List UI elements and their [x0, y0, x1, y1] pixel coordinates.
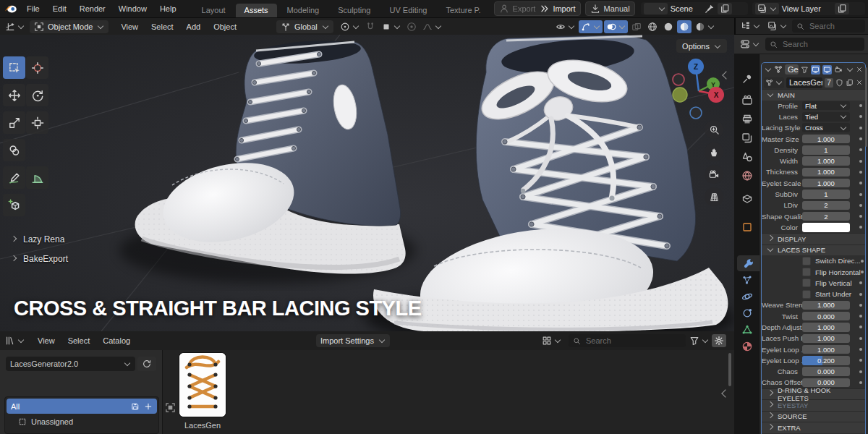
- users-count-badge[interactable]: 7: [825, 78, 833, 88]
- animate-dot[interactable]: [859, 148, 862, 151]
- menu-window[interactable]: Window: [112, 4, 153, 13]
- collapse-chevron-icon[interactable]: [765, 66, 771, 72]
- tab-data-tab[interactable]: [737, 322, 757, 338]
- shading-rendered-button[interactable]: [693, 20, 717, 33]
- tab-modeling[interactable]: Modeling: [278, 4, 328, 17]
- asset-search[interactable]: [569, 334, 686, 347]
- xray-button[interactable]: [629, 20, 644, 33]
- catalog-unassigned[interactable]: Unassigned: [7, 414, 157, 429]
- animate-dot[interactable]: [859, 226, 862, 229]
- grid-ortho-button[interactable]: [705, 187, 723, 206]
- tab-tool-tab[interactable]: [737, 71, 757, 87]
- asset-thumbnail[interactable]: [179, 353, 226, 417]
- node-group-name[interactable]: LacesGenerator: [786, 77, 822, 88]
- tab-material-tab[interactable]: [737, 339, 757, 354]
- animate-dot[interactable]: [861, 271, 864, 273]
- zoom-in-button[interactable]: [705, 120, 723, 139]
- properties-search[interactable]: [765, 38, 864, 51]
- tab-constraint-tab[interactable]: [737, 305, 757, 321]
- menu-help[interactable]: Help: [153, 4, 183, 13]
- shape-quality-field[interactable]: 2: [802, 212, 850, 221]
- visibility-eye-button[interactable]: [553, 20, 577, 33]
- animate-dot[interactable]: [859, 359, 862, 362]
- start-under-checkbox[interactable]: [802, 290, 811, 299]
- blob-tool-button[interactable]: [3, 139, 25, 161]
- subdiv-field[interactable]: 1: [802, 190, 850, 199]
- section-header-d-ring-hook-eyelets[interactable]: D-RING & HOOK EYELETS: [762, 388, 865, 400]
- asset-library-dropdown[interactable]: LacesGenerator2.0: [6, 357, 135, 371]
- tab-output-tab[interactable]: [737, 111, 757, 127]
- node-group-browse-button[interactable]: [764, 77, 784, 88]
- catalog-all[interactable]: All: [7, 399, 157, 414]
- viewport-menu-add[interactable]: Add: [180, 22, 208, 31]
- tab-world-tab[interactable]: [737, 168, 757, 184]
- tab-object-tab[interactable]: [737, 219, 757, 235]
- animate-dot[interactable]: [859, 381, 862, 384]
- falloff-curve-button[interactable]: [420, 20, 444, 33]
- twist-field[interactable]: 0.000: [802, 312, 850, 321]
- eyelet-scale-field[interactable]: 1.000: [802, 179, 850, 188]
- chaos-offset-field[interactable]: 0.000: [802, 378, 850, 388]
- eyelet-loop-field[interactable]: 1.000: [802, 345, 850, 354]
- animate-dot[interactable]: [859, 315, 862, 318]
- move-tool-button[interactable]: [3, 84, 25, 106]
- shield-icon[interactable]: [835, 79, 843, 87]
- tab-scene-tab[interactable]: [737, 149, 757, 165]
- laces-dropdown[interactable]: Tied: [802, 112, 850, 122]
- tab-assets[interactable]: Assets: [236, 4, 277, 17]
- animate-dot[interactable]: [859, 182, 862, 184]
- properties-scrollbar[interactable]: [865, 67, 867, 147]
- eyelet-loop-slider[interactable]: 0.200: [802, 356, 850, 365]
- 3d-viewport[interactable]: CROSS & STRAIGHT BAR LACING STYLE Option…: [0, 35, 734, 331]
- color-color-swatch[interactable]: [802, 223, 850, 232]
- scene-copy-button[interactable]: [718, 3, 732, 14]
- density-field[interactable]: 1: [802, 145, 850, 155]
- mode-dropdown[interactable]: Object Mode: [30, 20, 109, 33]
- tab-layout[interactable]: Layout: [193, 4, 234, 17]
- viewport-menu-select[interactable]: Select: [145, 22, 180, 31]
- animate-dot[interactable]: [859, 171, 862, 174]
- asset-editor-type-button[interactable]: [3, 334, 27, 347]
- section-header-laces-shape[interactable]: LACES SHAPE: [762, 244, 865, 256]
- scene-name[interactable]: Scene: [671, 4, 702, 13]
- viewport-menu-object[interactable]: Object: [207, 22, 243, 31]
- asset-menu-select[interactable]: Select: [61, 336, 97, 345]
- tab-uv-editing[interactable]: UV Editing: [380, 4, 435, 17]
- animate-dot[interactable]: [859, 348, 862, 351]
- asset-menu-view[interactable]: View: [31, 336, 61, 345]
- select-box-tool-button[interactable]: [3, 56, 25, 79]
- gizmo-arrow-button[interactable]: [579, 20, 603, 33]
- view-layer-browse-button[interactable]: [755, 3, 779, 14]
- switch-direc-checkbox[interactable]: [802, 257, 811, 265]
- master-size-field[interactable]: 1.000: [802, 135, 850, 144]
- display-realtime-toggle[interactable]: [822, 65, 832, 75]
- section-header-extra[interactable]: EXTRA: [762, 422, 865, 433]
- modifier-name-field[interactable]: Geo...: [785, 64, 799, 75]
- animate-dot[interactable]: [859, 326, 862, 328]
- properties-editor-type-button[interactable]: [738, 38, 762, 51]
- flip-vertical-checkbox[interactable]: [802, 278, 811, 287]
- animate-dot[interactable]: [859, 304, 862, 307]
- cursor-crosshair-tool-button[interactable]: [26, 56, 48, 79]
- rotate-tool-button[interactable]: [26, 84, 48, 106]
- hand-pan-button[interactable]: [705, 142, 723, 161]
- scale-tool-button[interactable]: [3, 111, 25, 134]
- depth-adjust-field[interactable]: 1.000: [802, 323, 850, 332]
- width-field[interactable]: 1.000: [802, 156, 850, 166]
- view-layer-name[interactable]: View Layer: [782, 4, 832, 13]
- settings-gear-button[interactable]: [712, 334, 726, 347]
- outliner-display-mode-button[interactable]: [739, 20, 762, 33]
- shading-wireframe-button[interactable]: [645, 20, 660, 33]
- asset-sidebar-collapse-icon[interactable]: [721, 389, 729, 397]
- profile-dropdown[interactable]: Flat: [802, 101, 850, 111]
- view-layer-close-icon[interactable]: [852, 4, 862, 14]
- section-header-source[interactable]: SOURCE: [762, 411, 865, 422]
- animate-dot[interactable]: [859, 370, 862, 373]
- orientation-dropdown[interactable]: Global: [276, 20, 333, 33]
- asset-scrollbar[interactable]: [728, 353, 731, 386]
- import-button[interactable]: Import: [553, 4, 575, 13]
- animate-dot[interactable]: [859, 215, 862, 218]
- animate-dot[interactable]: [859, 293, 862, 296]
- animate-dot[interactable]: [859, 127, 862, 129]
- transform-tool-tool-button[interactable]: [26, 111, 48, 134]
